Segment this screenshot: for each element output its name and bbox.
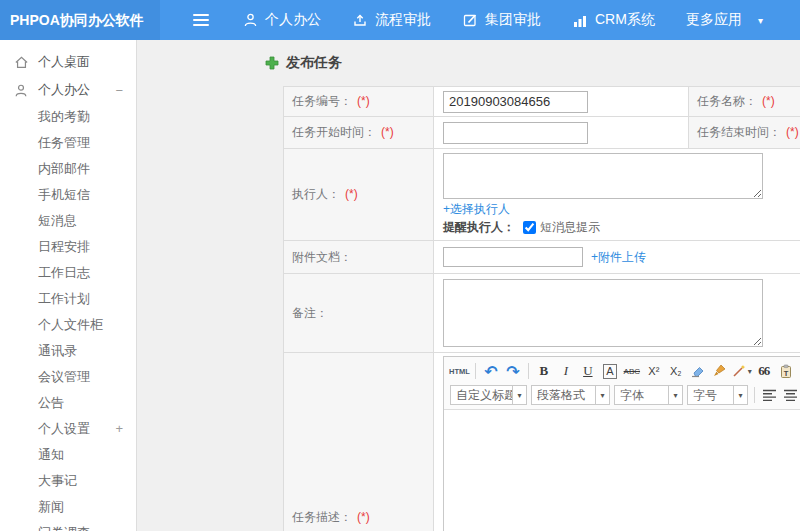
sidebar-item-schedule[interactable]: 日程安排 (0, 234, 136, 260)
sidebar-item-work-log[interactable]: 工作日志 (0, 260, 136, 286)
task-number-label-cell: 任务编号：(*) (284, 87, 434, 117)
nav-personal-office[interactable]: 个人办公 (243, 11, 321, 29)
row-task-description: 任务描述：(*) HTML ↶ ↷ B I U A (284, 353, 800, 531)
align-left-icon[interactable] (762, 389, 777, 402)
sidebar-item-attendance[interactable]: 我的考勤 (0, 104, 136, 130)
nav-group-approval[interactable]: 集团审批 (462, 11, 541, 29)
nav-label: 更多应用 (686, 11, 742, 29)
undo-icon[interactable]: ↶ (481, 361, 501, 381)
editor-toolbar: HTML ↶ ↷ B I U A ABC X² X₂ (444, 357, 800, 410)
required-mark: (*) (762, 94, 775, 108)
choose-executor-link[interactable]: +选择执行人 (443, 202, 510, 216)
sidebar-item-personal-office[interactable]: 个人办公 − (0, 76, 136, 104)
sidebar-item-notice[interactable]: 通知 (0, 442, 136, 468)
executor-label: 执行人： (292, 187, 340, 201)
editor-toolbar-row1: HTML ↶ ↷ B I U A ABC X² X₂ (448, 359, 800, 383)
task-number-input[interactable] (443, 91, 588, 113)
person-icon (243, 12, 258, 28)
menu-toggle-icon[interactable] (193, 14, 209, 26)
nav-process-approval[interactable]: 流程审批 (352, 11, 431, 29)
align-center-icon[interactable] (783, 389, 798, 402)
task-end-label-cell: 任务结束时间：(*) (689, 117, 800, 149)
nav-crm[interactable]: CRM系统 (572, 11, 655, 29)
attachment-input[interactable] (443, 247, 583, 267)
row-remark: 备注： (284, 274, 800, 353)
sidebar-item-memorabilia[interactable]: 大事记 (0, 468, 136, 494)
topbar: PHPOA协同办公软件 个人办公 流程审批 集团审批 CRM系统 (0, 0, 800, 40)
sidebar-item-contacts[interactable]: 通讯录 (0, 338, 136, 364)
required-mark: (*) (786, 125, 799, 139)
superscript-button[interactable]: X² (644, 361, 664, 381)
strikethrough-button[interactable]: ABC (622, 361, 642, 381)
paste-text-icon[interactable]: T (776, 361, 796, 381)
underline-button[interactable]: U (578, 361, 598, 381)
row-attachment: 附件文档： +附件上传 (284, 241, 800, 274)
nav-more-apps[interactable]: 更多应用 ▾ (686, 11, 763, 29)
bold-button[interactable]: B (534, 361, 554, 381)
blockquote-button[interactable]: 66 (754, 361, 774, 381)
process-approval-icon (352, 12, 368, 28)
row-task-start: 任务开始时间：(*) 任务结束时间：(*) (284, 117, 800, 149)
eraser-icon[interactable] (688, 361, 708, 381)
sidebar-item-personal-desktop[interactable]: 个人桌面 (0, 48, 136, 76)
remark-textarea[interactable] (443, 279, 763, 347)
required-mark: (*) (357, 510, 370, 524)
sidebar-item-mobile-sms[interactable]: 手机短信 (0, 182, 136, 208)
executor-textarea[interactable] (443, 153, 763, 199)
attachment-label-cell: 附件文档： (284, 241, 434, 274)
row-executor: 执行人：(*) +选择执行人 提醒执行人： 短消息提示 (284, 149, 800, 241)
page-title: 发布任务 (286, 54, 342, 72)
subscript-button[interactable]: X₂ (666, 361, 686, 381)
task-name-label-cell: 任务名称：(*) (689, 87, 800, 117)
caret-down-icon: ▾ (668, 386, 682, 404)
select-value: 段落格式 (532, 387, 595, 404)
svg-text:T: T (784, 368, 789, 377)
sms-remind-checkbox[interactable] (523, 221, 536, 234)
sms-remind-label: 短消息提示 (540, 219, 600, 236)
sidebar-item-announcement[interactable]: 公告 (0, 390, 136, 416)
redo-icon[interactable]: ↷ (503, 361, 523, 381)
editor-content-area[interactable] (444, 410, 800, 531)
sidebar-item-short-message[interactable]: 短消息 (0, 208, 136, 234)
collapse-icon[interactable]: − (115, 83, 123, 98)
caret-down-icon: ▾ (758, 15, 763, 26)
magic-wand-icon[interactable]: ▾ (732, 361, 752, 381)
attachment-label: 附件文档： (292, 250, 352, 264)
attachment-upload-link[interactable]: +附件上传 (591, 249, 646, 266)
sidebar-item-personal-settings[interactable]: 个人设置 + (0, 416, 136, 442)
select-value: 字号 (688, 387, 733, 404)
edit-icon (462, 12, 478, 28)
caret-down-icon: ▾ (595, 386, 609, 404)
task-form-table: 任务编号：(*) 任务名称：(*) 任务开始时间：(*) 任务结束时间：(*) (283, 86, 800, 531)
nav-label: CRM系统 (595, 11, 655, 29)
sidebar-item-work-plan[interactable]: 工作计划 (0, 286, 136, 312)
paragraph-format-select[interactable]: 段落格式 ▾ (531, 385, 610, 405)
sidebar-item-task-management[interactable]: 任务管理 (0, 130, 136, 156)
nav-label: 流程审批 (375, 11, 431, 29)
toolbar-separator (475, 363, 476, 379)
italic-button[interactable]: I (556, 361, 576, 381)
font-style-glyph: A (603, 364, 616, 379)
task-start-input[interactable] (443, 122, 588, 144)
format-brush-icon[interactable] (710, 361, 730, 381)
add-plus-icon (265, 56, 279, 70)
caret-down-icon: ▾ (733, 386, 747, 404)
sidebar-item-news[interactable]: 新闻 (0, 494, 136, 520)
html-source-button[interactable]: HTML (449, 361, 470, 381)
custom-heading-select[interactable]: 自定义标题 ▾ (450, 385, 527, 405)
sidebar-item-meeting[interactable]: 会议管理 (0, 364, 136, 390)
expand-icon[interactable]: + (115, 416, 123, 442)
sidebar-item-internal-mail[interactable]: 内部邮件 (0, 156, 136, 182)
font-style-button[interactable]: A (600, 361, 620, 381)
sidebar: 个人桌面 个人办公 − 我的考勤 任务管理 内部邮件 手机短信 短消息 日程安排… (0, 40, 137, 531)
sidebar-item-survey[interactable]: 问卷调查 (0, 520, 136, 531)
font-size-select[interactable]: 字号 ▾ (687, 385, 748, 405)
font-family-select[interactable]: 字体 ▾ (614, 385, 683, 405)
remark-field-cell (434, 274, 800, 353)
required-mark: (*) (381, 125, 394, 139)
sidebar-item-file-cabinet[interactable]: 个人文件柜 (0, 312, 136, 338)
sidebar-item-label: 个人办公 (38, 81, 90, 99)
task-start-field-cell (434, 117, 689, 149)
task-start-label-cell: 任务开始时间：(*) (284, 117, 434, 149)
toolbar-separator (754, 387, 755, 403)
